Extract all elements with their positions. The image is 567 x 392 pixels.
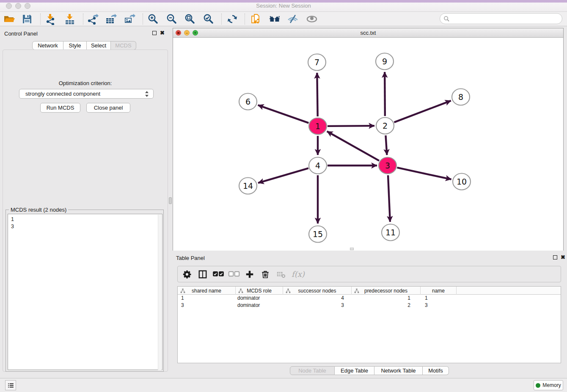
export-image-button[interactable]	[122, 13, 137, 25]
node-3[interactable]: 3	[379, 157, 396, 174]
tab-edge-table[interactable]: Edge Table	[335, 366, 374, 375]
column-header-filler	[457, 287, 561, 295]
node-8[interactable]: 8	[452, 89, 470, 105]
close-panel-button[interactable]: Close panel	[86, 103, 130, 113]
node-table[interactable]: shared nameMCDS rolesuccessor nodesprede…	[177, 286, 561, 363]
node-14[interactable]: 14	[239, 178, 257, 194]
table-float-icon[interactable]	[553, 255, 557, 259]
table-close-icon[interactable]: ✖	[561, 254, 565, 260]
edge-2-3[interactable]	[385, 135, 387, 155]
network-view-window: ✖ – + scc.txt 7968124314101511	[173, 28, 564, 251]
zoom-fit-button[interactable]	[183, 13, 197, 25]
table-panel-header: Table Panel ✖	[173, 252, 564, 263]
show-view-button[interactable]	[305, 13, 319, 25]
toolbar-separator	[83, 14, 83, 25]
node-4[interactable]: 4	[309, 157, 327, 174]
tab-node-table[interactable]: Node Table	[290, 366, 335, 375]
svg-text:1: 1	[315, 121, 320, 131]
edge-3-10[interactable]	[397, 168, 451, 179]
close-panel-icon[interactable]: ✖	[160, 30, 165, 36]
table-row[interactable]: 3dominator323	[178, 302, 561, 309]
network-graph[interactable]: 7968124314101511	[173, 38, 563, 251]
tab-mcds[interactable]: MCDS	[111, 41, 136, 50]
tab-style[interactable]: Style	[63, 41, 87, 50]
cell-name[interactable]: 3	[421, 302, 457, 309]
column-header-MCDS-role[interactable]: MCDS role	[236, 287, 283, 295]
edge-2-9[interactable]	[385, 72, 385, 116]
edge-3-1[interactable]	[327, 131, 379, 160]
float-panel-icon[interactable]	[152, 31, 157, 35]
toolbar-separator	[221, 14, 222, 25]
dropdown-stepper-icon	[145, 91, 149, 97]
run-mcds-button[interactable]: Run MCDS	[40, 103, 80, 113]
network-window-titlebar[interactable]: ✖ – + scc.txt	[173, 28, 563, 38]
main-toolbar	[0, 12, 567, 26]
cell-shared-name[interactable]: 1	[178, 295, 236, 302]
criterion-dropdown[interactable]: strongly connected component	[19, 89, 154, 99]
hide-view-button[interactable]	[286, 13, 300, 25]
node-2[interactable]: 2	[376, 118, 394, 134]
cell-predecessor-nodes[interactable]: 2	[352, 302, 421, 309]
node-15[interactable]: 15	[309, 226, 327, 243]
panel-divider-handle[interactable]	[169, 197, 172, 204]
cell-MCDS-role[interactable]: dominator	[236, 295, 283, 302]
column-header-name[interactable]: name	[421, 287, 457, 295]
cell-name[interactable]: 1	[421, 295, 457, 302]
home-view-button[interactable]	[267, 13, 282, 25]
network-canvas[interactable]: 7968124314101511	[173, 38, 563, 251]
node-6[interactable]: 6	[239, 94, 257, 110]
column-header-predecessor-nodes[interactable]: predecessor nodes	[352, 287, 421, 295]
cell-successor-nodes[interactable]: 4	[283, 295, 352, 302]
tab-network-table[interactable]: Network Table	[374, 366, 423, 375]
network-document-button[interactable]	[249, 13, 263, 25]
edge-3-11[interactable]	[388, 175, 390, 222]
cell-successor-nodes[interactable]: 3	[283, 302, 352, 309]
zoom-in-button[interactable]	[146, 13, 160, 25]
column-header-shared-name[interactable]: shared name	[178, 287, 236, 295]
add-row-button[interactable]	[243, 268, 256, 280]
tab-motifs[interactable]: Motifs	[423, 366, 449, 375]
result-scrollbar[interactable]	[158, 215, 162, 370]
node-10[interactable]: 10	[453, 174, 471, 190]
import-network-button[interactable]	[43, 13, 58, 25]
task-history-button[interactable]	[5, 380, 16, 390]
export-network-button[interactable]	[85, 13, 100, 25]
cell-MCDS-role[interactable]: dominator	[236, 302, 283, 309]
import-table-button[interactable]	[63, 13, 77, 25]
network-resize-handle[interactable]	[350, 248, 354, 250]
memory-status-icon	[536, 383, 540, 388]
cell-predecessor-nodes[interactable]: 1	[352, 295, 421, 302]
tab-network[interactable]: Network	[32, 41, 63, 50]
save-session-button[interactable]	[20, 13, 34, 25]
control-panel-header: Control Panel ✖	[0, 28, 171, 39]
edge-1-7[interactable]	[317, 73, 317, 116]
export-table-button[interactable]	[104, 13, 118, 25]
edge-4-14[interactable]	[258, 168, 308, 183]
deselect-all-checks-button[interactable]	[228, 268, 240, 280]
node-7[interactable]: 7	[308, 54, 326, 71]
cell-shared-name[interactable]: 3	[178, 302, 236, 309]
column-header-successor-nodes[interactable]: successor nodes	[283, 287, 352, 295]
zoom-selected-icon	[203, 13, 215, 25]
open-session-button[interactable]	[2, 13, 17, 25]
tab-select[interactable]: Select	[87, 41, 111, 50]
zoom-selected-button[interactable]	[201, 13, 216, 25]
zoom-out-button[interactable]	[165, 13, 179, 25]
edge-2-8[interactable]	[394, 101, 451, 122]
mcds-result-text[interactable]: 1 3	[8, 214, 162, 370]
toggle-columns-button[interactable]	[196, 268, 209, 280]
table-row[interactable]: 1dominator411	[178, 295, 561, 302]
session-title: Session: New Session	[0, 3, 567, 9]
search-input[interactable]	[450, 14, 562, 23]
delete-rows-button[interactable]	[259, 268, 272, 280]
node-11[interactable]: 11	[382, 224, 399, 241]
select-all-checks-button[interactable]	[212, 268, 225, 280]
edge-1-2[interactable]	[328, 126, 374, 126]
edge-1-6[interactable]	[258, 105, 309, 123]
memory-button[interactable]: Memory	[534, 380, 563, 390]
node-9[interactable]: 9	[376, 53, 394, 70]
refresh-view-button[interactable]	[225, 13, 239, 25]
search-box[interactable]	[440, 13, 562, 24]
node-1[interactable]: 1	[309, 118, 327, 135]
settings-gear-button[interactable]	[181, 268, 193, 280]
